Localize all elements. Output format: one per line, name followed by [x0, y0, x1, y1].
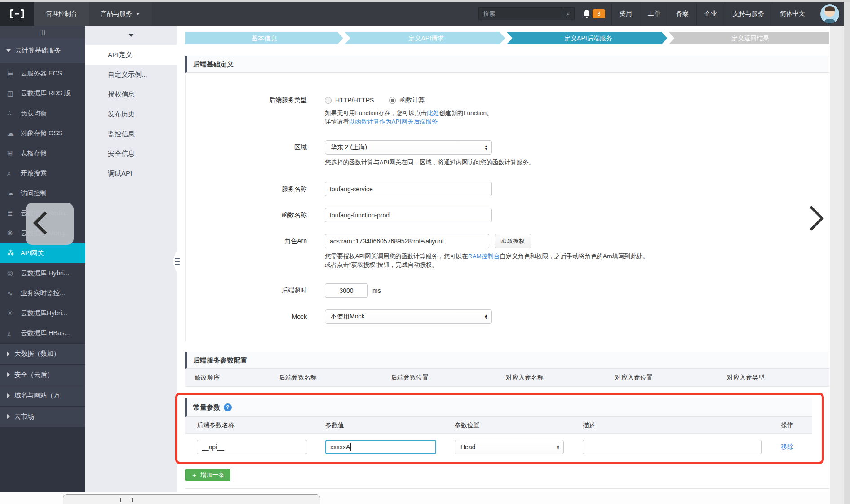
timeout-label: 后端超时 — [186, 287, 325, 295]
timeout-input[interactable] — [325, 283, 368, 298]
nav-enterprise[interactable]: 企业 — [696, 2, 725, 26]
server-icon: ▤ — [7, 69, 21, 77]
sidebar-group-marketplace[interactable]: 云市场 — [0, 406, 85, 427]
fc-docs-link[interactable]: 以函数计算作为API网关后端服务 — [349, 118, 438, 125]
step-basic-info[interactable]: 基本信息 — [185, 32, 343, 44]
step-define-backend[interactable]: 定义API后端服务 — [507, 32, 668, 44]
cloud-storage-icon: ☁ — [7, 129, 21, 137]
sidebar-item-ram[interactable]: ☁访问控制 — [0, 183, 85, 203]
submenu-debug-api[interactable]: 调试API — [85, 164, 177, 183]
sidebar-item-ecs[interactable]: ▤云服务器 ECS — [0, 63, 85, 84]
timeout-row: 后端超时 ms — [186, 283, 829, 298]
products-menu[interactable]: 产品与服务 — [89, 2, 152, 26]
sidebar-item-rds[interactable]: ◫云数据库 RDS 版 — [0, 84, 85, 104]
nav-icp-label: 备案 — [676, 10, 689, 18]
bell-icon — [583, 9, 591, 18]
col-header-backend-param-position: 后端参数位置 — [391, 374, 506, 382]
role-arn-input[interactable] — [325, 234, 489, 248]
step-label: 定义返回结果 — [731, 35, 769, 42]
constant-params-table-header: 后端参数名称 参数值 参数位置 描述 操作 — [185, 417, 812, 434]
sidebar-previous-page-button[interactable] — [26, 203, 74, 245]
timeout-unit: ms — [372, 287, 381, 294]
role-arn-label: 角色Arn — [186, 237, 325, 245]
get-authorization-button[interactable]: 获取授权 — [495, 234, 531, 248]
create-function-link[interactable]: 此处 — [427, 110, 439, 116]
nav-support[interactable]: 支持与服务 — [725, 2, 772, 26]
sidebar-item-hybriddb[interactable]: ◎云数据库 Hybri... — [0, 263, 85, 283]
ram-console-link[interactable]: RAM控制台 — [468, 253, 500, 260]
user-avatar[interactable] — [820, 4, 840, 24]
mock-label: Mock — [186, 313, 325, 320]
region-select-value: 华东 2 (上海) — [331, 143, 484, 151]
aliyun-logo[interactable] — [0, 2, 34, 26]
section-divider — [185, 488, 829, 489]
help-icon[interactable]: ? — [224, 403, 232, 411]
param-value-input-focused[interactable]: xxxxxA — [325, 440, 436, 454]
region-select[interactable]: 华东 2 (上海) ▲▼ — [325, 140, 492, 155]
submenu-api-definition[interactable]: API定义 — [85, 45, 177, 65]
submenu-publish-history[interactable]: 发布历史 — [85, 104, 177, 124]
nav-billing[interactable]: 费用 — [611, 2, 640, 26]
radio-function-compute-label[interactable]: 函数计算 — [399, 96, 425, 104]
param-description-input[interactable] — [583, 440, 762, 454]
param-value-text: xxxxxA — [330, 443, 350, 451]
nav-language[interactable]: 简体中文 — [772, 2, 813, 26]
panel-title-backend-params: 后端服务参数配置 — [185, 352, 829, 369]
hbase-icon: ⍙ — [7, 329, 21, 337]
backend-basic-definition-panel: 后端基础定义 后端服务类型 HTTP/HTTPS 函数计算 如果无可用Funct… — [185, 56, 829, 342]
wizard-steps: 基本信息 定义API请求 定义API后端服务 定义返回结果 — [185, 32, 829, 44]
col-header-param-name: 后端参数名称 — [197, 421, 325, 429]
sidebar-item-opensearch[interactable]: ⌕开放搜索 — [0, 164, 85, 184]
console-home-tab[interactable]: 管理控制台 — [34, 2, 89, 26]
submenu-authorization[interactable]: 授权信息 — [85, 84, 177, 104]
nav-tickets[interactable]: 工单 — [640, 2, 668, 26]
sidebar-item-hbase[interactable]: ⍙云数据库 HBas... — [0, 323, 85, 344]
step-define-request[interactable]: 定义API请求 — [345, 32, 505, 44]
notification-count-badge[interactable]: 8 — [593, 9, 605, 18]
sidebar-group-security[interactable]: 安全（云盾） — [0, 364, 85, 385]
submenu-scroll-up[interactable] — [85, 26, 177, 45]
select-stepper-icon: ▲▼ — [484, 314, 488, 319]
mock-select[interactable]: 不使用Mock ▲▼ — [325, 309, 492, 324]
sidebar-collapse-toggle[interactable]: ||| — [0, 26, 85, 38]
region-help: 您选择的函数计算与API网关在同一区域，将通过内网访问您的函数计算服务。 — [325, 158, 829, 167]
function-name-input[interactable] — [325, 208, 492, 222]
step-define-response[interactable]: 定义返回结果 — [668, 32, 829, 44]
submenu-security[interactable]: 安全信息 — [85, 144, 177, 164]
submenu-custom-example[interactable]: 自定义示例... — [85, 65, 177, 84]
radio-http-label[interactable]: HTTP/HTTPS — [335, 97, 374, 104]
submenu-monitoring[interactable]: 监控信息 — [85, 124, 177, 144]
param-position-select[interactable]: Head ▲▼ — [455, 440, 564, 454]
global-search-input[interactable]: 搜索 ⌕ — [478, 7, 575, 20]
sidebar-item-hybriddb2[interactable]: ✳云数据库Hybri... — [0, 303, 85, 323]
param-name-input[interactable] — [197, 440, 307, 454]
api-gateway-icon: ⁂ — [7, 249, 21, 257]
region-label: 区域 — [186, 143, 325, 151]
search-icon[interactable]: ⌕ — [562, 10, 574, 18]
sidebar-group-cloud-basics[interactable]: 云计算基础服务 — [0, 38, 85, 63]
step-label: 基本信息 — [252, 35, 277, 42]
sidebar-group-domains[interactable]: 域名与网站（万 — [0, 385, 85, 406]
service-name-input[interactable] — [325, 182, 492, 196]
chevron-right-icon — [7, 372, 10, 377]
sidebar-item-api-gateway[interactable]: ⁂API网关 — [0, 243, 85, 264]
radio-function-compute[interactable] — [389, 97, 396, 104]
api-gateway-submenu: API定义 自定义示例... 授权信息 发布历史 监控信息 安全信息 调试API — [85, 26, 177, 492]
triangle-down-icon — [128, 34, 134, 37]
sidebar-item-tablestore[interactable]: ⊞表格存储 — [0, 143, 85, 164]
sidebar-item-oss[interactable]: ☁对象存储 OSS — [0, 124, 85, 144]
mongodb-icon: ❋ — [7, 229, 21, 237]
sidebar-item-label: 开放搜索 — [21, 169, 47, 177]
hint-text: 自定义角色和权限，之后手动将角色的Arn填写到此处。 — [500, 253, 649, 260]
remove-row-link[interactable]: 移除 — [781, 443, 812, 451]
sidebar-item-slb[interactable]: ∴负载均衡 — [0, 103, 85, 124]
radio-http[interactable] — [325, 97, 332, 104]
nav-icp[interactable]: 备案 — [668, 2, 696, 26]
add-row-button[interactable]: ＋ 增加一条 — [185, 469, 230, 481]
chevron-right-icon — [7, 352, 10, 356]
molecule-icon: ✳ — [7, 309, 21, 317]
sidebar-group-bigdata[interactable]: 大数据（数加） — [0, 343, 85, 364]
sidebar-item-arms[interactable]: ∿业务实时监控... — [0, 283, 85, 304]
select-stepper-icon: ▲▼ — [556, 445, 560, 450]
notifications[interactable]: 8 — [583, 9, 605, 18]
